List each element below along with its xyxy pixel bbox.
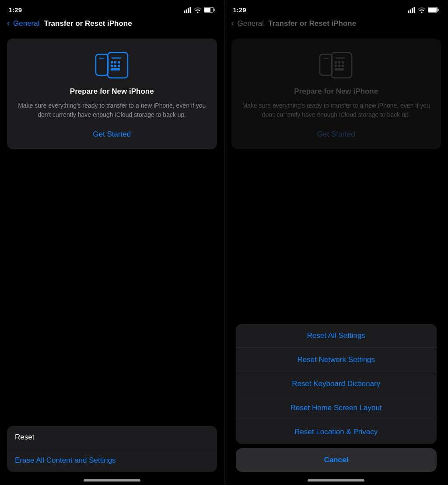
svg-rect-15 bbox=[112, 57, 121, 59]
svg-rect-24 bbox=[438, 9, 439, 11]
svg-rect-11 bbox=[111, 65, 113, 67]
page-title-left: Transfer or Reset iPhone bbox=[44, 19, 132, 28]
get-started-button-right: Get Started bbox=[317, 128, 355, 141]
svg-rect-13 bbox=[118, 65, 120, 67]
transfer-icon-left bbox=[92, 49, 132, 82]
svg-rect-3 bbox=[189, 7, 191, 13]
svg-rect-21 bbox=[414, 7, 415, 13]
svg-rect-28 bbox=[342, 61, 344, 63]
back-arrow-left[interactable]: ‹ bbox=[7, 19, 10, 28]
svg-rect-18 bbox=[408, 11, 409, 13]
prepare-title-left: Prepare for New iPhone bbox=[70, 87, 154, 96]
battery-icon-right bbox=[428, 7, 439, 13]
svg-rect-20 bbox=[412, 8, 413, 13]
reset-label: Reset bbox=[7, 426, 217, 449]
reset-keyboard-dictionary-button[interactable]: Reset Keyboard Dictionary bbox=[236, 372, 437, 396]
svg-rect-8 bbox=[111, 61, 113, 63]
svg-rect-12 bbox=[114, 65, 116, 67]
back-label-right: General bbox=[238, 19, 264, 28]
status-bar-right: 1:29 bbox=[224, 0, 448, 17]
svg-rect-26 bbox=[335, 61, 337, 63]
svg-rect-5 bbox=[204, 8, 210, 12]
svg-rect-30 bbox=[338, 65, 340, 67]
prepare-card-right: Prepare for New iPhone Make sure everyth… bbox=[231, 39, 441, 149]
battery-icon bbox=[204, 7, 215, 13]
svg-rect-9 bbox=[114, 61, 116, 63]
reset-home-screen-layout-button[interactable]: Reset Home Screen Layout bbox=[236, 396, 437, 420]
wifi-icon bbox=[194, 7, 201, 13]
reset-all-settings-button[interactable]: Reset All Settings bbox=[236, 324, 437, 348]
svg-rect-17 bbox=[99, 58, 105, 59]
status-bar-left: 1:29 bbox=[0, 0, 224, 17]
reset-location-privacy-button[interactable]: Reset Location & Privacy bbox=[236, 420, 437, 444]
back-label-left[interactable]: General bbox=[13, 19, 39, 28]
prepare-desc-right: Make sure everything's ready to transfer… bbox=[240, 101, 433, 119]
cancel-button[interactable]: Cancel bbox=[236, 448, 437, 472]
page-title-right: Transfer or Reset iPhone bbox=[268, 19, 356, 28]
erase-all-button[interactable]: Erase All Content and Settings bbox=[7, 449, 217, 472]
get-started-button-left[interactable]: Get Started bbox=[93, 128, 131, 141]
reset-menu: Reset All Settings Reset Network Setting… bbox=[236, 324, 437, 444]
svg-rect-2 bbox=[188, 8, 189, 13]
svg-rect-35 bbox=[323, 58, 329, 59]
status-icons-left bbox=[184, 7, 215, 13]
time-right: 1:29 bbox=[233, 6, 246, 14]
svg-rect-33 bbox=[336, 57, 345, 59]
svg-rect-10 bbox=[118, 61, 120, 63]
reset-card-left: Reset Erase All Content and Settings bbox=[7, 426, 217, 472]
svg-rect-6 bbox=[214, 9, 215, 11]
left-phone-panel: 1:29 ‹ General Transfer or Reset iPh bbox=[0, 0, 224, 485]
svg-rect-34 bbox=[320, 54, 332, 75]
svg-rect-29 bbox=[335, 65, 337, 67]
svg-rect-31 bbox=[342, 65, 344, 67]
back-arrow-right: ‹ bbox=[231, 19, 234, 28]
bottom-section-left: Reset Erase All Content and Settings bbox=[7, 426, 217, 472]
svg-rect-27 bbox=[338, 61, 340, 63]
home-indicator-right bbox=[308, 479, 364, 481]
svg-rect-14 bbox=[111, 68, 120, 70]
transfer-icon-right bbox=[316, 49, 356, 82]
nav-bar-right: ‹ General Transfer or Reset iPhone bbox=[224, 17, 448, 33]
wifi-icon-right bbox=[418, 7, 425, 13]
status-icons-right bbox=[408, 7, 439, 13]
svg-rect-16 bbox=[96, 54, 108, 75]
signal-icon bbox=[184, 7, 192, 13]
time-left: 1:29 bbox=[9, 6, 22, 14]
right-phone-panel: 1:29 ‹ General Transfer or Reset iPh bbox=[224, 0, 448, 485]
svg-rect-32 bbox=[335, 68, 344, 70]
reset-action-sheet: Reset All Settings Reset Network Setting… bbox=[229, 324, 444, 472]
home-indicator-left bbox=[84, 479, 140, 481]
svg-rect-23 bbox=[428, 8, 437, 12]
prepare-title-right: Prepare for New iPhone bbox=[294, 87, 378, 96]
prepare-card-left: Prepare for New iPhone Make sure everyth… bbox=[7, 39, 217, 149]
nav-bar-left: ‹ General Transfer or Reset iPhone bbox=[0, 17, 224, 33]
svg-rect-1 bbox=[186, 10, 187, 13]
svg-rect-0 bbox=[184, 11, 185, 13]
svg-rect-19 bbox=[410, 10, 411, 13]
signal-icon-right bbox=[408, 7, 416, 13]
reset-network-settings-button[interactable]: Reset Network Settings bbox=[236, 348, 437, 372]
prepare-desc-left: Make sure everything's ready to transfer… bbox=[16, 101, 208, 119]
